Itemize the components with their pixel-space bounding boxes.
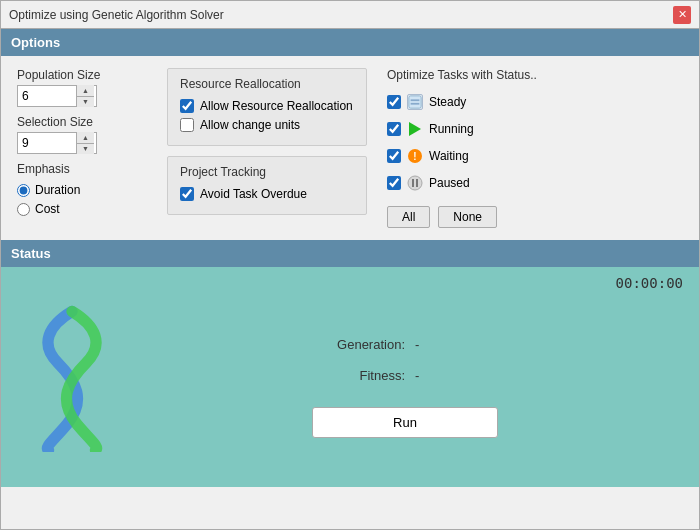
emphasis-label: Emphasis	[17, 162, 147, 176]
status-header: Status	[1, 240, 699, 267]
dna-logo	[17, 302, 127, 452]
selection-size-label: Selection Size	[17, 115, 147, 129]
run-button-wrap: Run	[312, 399, 498, 438]
running-checkbox[interactable]	[387, 122, 401, 136]
waiting-checkbox[interactable]	[387, 149, 401, 163]
generation-label: Generation:	[315, 337, 405, 352]
none-button[interactable]: None	[438, 206, 497, 228]
selection-size-arrows: ▲ ▼	[76, 132, 94, 154]
svg-rect-7	[412, 179, 414, 187]
running-icon	[407, 121, 423, 137]
status-fields: Generation: - Fitness: - Run	[127, 317, 683, 438]
status-body: 00:00:00 Generation: - Fitness: -	[1, 267, 699, 487]
emphasis-duration-radio[interactable]	[17, 184, 30, 197]
svg-marker-3	[409, 122, 421, 136]
emphasis-cost-radio[interactable]	[17, 203, 30, 216]
population-size-spinner[interactable]: ▲ ▼	[17, 85, 97, 107]
fitness-row: Fitness: -	[315, 368, 495, 383]
steady-icon	[407, 94, 423, 110]
selection-size-input[interactable]	[18, 133, 76, 153]
paused-icon	[407, 175, 423, 191]
waiting-icon: !	[407, 148, 423, 164]
svg-rect-2	[411, 103, 420, 105]
left-column: Population Size ▲ ▼ Selection Size	[17, 68, 147, 228]
avoid-overdue-label: Avoid Task Overdue	[200, 187, 307, 201]
emphasis-cost-label: Cost	[35, 202, 60, 216]
window-title: Optimize using Genetic Algorithm Solver	[9, 8, 224, 22]
title-bar: Optimize using Genetic Algorithm Solver …	[0, 0, 700, 28]
status-section: Status 00:00:00 Generation: - Fitness: -	[1, 240, 699, 487]
population-size-group: Population Size ▲ ▼	[17, 68, 147, 107]
svg-point-6	[408, 176, 422, 190]
allow-change-units-item[interactable]: Allow change units	[180, 118, 354, 132]
project-tracking-title: Project Tracking	[180, 165, 354, 179]
paused-label: Paused	[429, 176, 470, 190]
svg-rect-0	[409, 96, 421, 108]
population-size-input[interactable]	[18, 86, 76, 106]
avoid-overdue-item[interactable]: Avoid Task Overdue	[180, 187, 354, 201]
resource-reallocation-title: Resource Reallocation	[180, 77, 354, 91]
options-section: Options Population Size ▲ ▼ Selection Si…	[1, 29, 699, 240]
status-running-item: Running	[387, 121, 557, 137]
population-size-up[interactable]: ▲	[77, 85, 94, 97]
emphasis-group: Emphasis Duration Cost	[17, 162, 147, 216]
selection-size-up[interactable]: ▲	[77, 132, 94, 144]
fitness-value: -	[415, 368, 495, 383]
middle-column: Resource Reallocation Allow Resource Rea…	[167, 68, 367, 228]
generation-row: Generation: -	[315, 337, 495, 352]
project-tracking-box: Project Tracking Avoid Task Overdue	[167, 156, 367, 215]
close-button[interactable]: ✕	[673, 6, 691, 24]
svg-rect-1	[411, 99, 420, 101]
main-window: Options Population Size ▲ ▼ Selection Si…	[0, 28, 700, 530]
resource-reallocation-box: Resource Reallocation Allow Resource Rea…	[167, 68, 367, 146]
emphasis-cost[interactable]: Cost	[17, 202, 147, 216]
allow-change-units-label: Allow change units	[200, 118, 300, 132]
waiting-label: Waiting	[429, 149, 469, 163]
options-header: Options	[1, 29, 699, 56]
steady-checkbox[interactable]	[387, 95, 401, 109]
all-button[interactable]: All	[387, 206, 430, 228]
steady-label: Steady	[429, 95, 466, 109]
run-button[interactable]: Run	[312, 407, 498, 438]
all-none-row: All None	[387, 206, 557, 228]
selection-size-down[interactable]: ▼	[77, 144, 94, 155]
population-size-label: Population Size	[17, 68, 147, 82]
running-label: Running	[429, 122, 474, 136]
optimize-tasks-title: Optimize Tasks with Status..	[387, 68, 557, 82]
allow-change-units-checkbox[interactable]	[180, 118, 194, 132]
svg-rect-8	[416, 179, 418, 187]
paused-checkbox[interactable]	[387, 176, 401, 190]
population-size-down[interactable]: ▼	[77, 97, 94, 108]
allow-reallocation-checkbox[interactable]	[180, 99, 194, 113]
status-steady-item: Steady	[387, 94, 557, 110]
status-waiting-item: ! Waiting	[387, 148, 557, 164]
allow-reallocation-item[interactable]: Allow Resource Reallocation	[180, 99, 354, 113]
timer-display: 00:00:00	[616, 275, 683, 291]
fitness-label: Fitness:	[315, 368, 405, 383]
generation-value: -	[415, 337, 495, 352]
right-column: Optimize Tasks with Status.. Steady	[387, 68, 557, 228]
selection-size-group: Selection Size ▲ ▼	[17, 115, 147, 154]
svg-text:!: !	[413, 151, 416, 162]
selection-size-spinner[interactable]: ▲ ▼	[17, 132, 97, 154]
options-body: Population Size ▲ ▼ Selection Size	[1, 56, 699, 240]
allow-reallocation-label: Allow Resource Reallocation	[200, 99, 353, 113]
avoid-overdue-checkbox[interactable]	[180, 187, 194, 201]
emphasis-duration-label: Duration	[35, 183, 80, 197]
emphasis-duration[interactable]: Duration	[17, 183, 147, 197]
population-size-arrows: ▲ ▼	[76, 85, 94, 107]
status-paused-item: Paused	[387, 175, 557, 191]
